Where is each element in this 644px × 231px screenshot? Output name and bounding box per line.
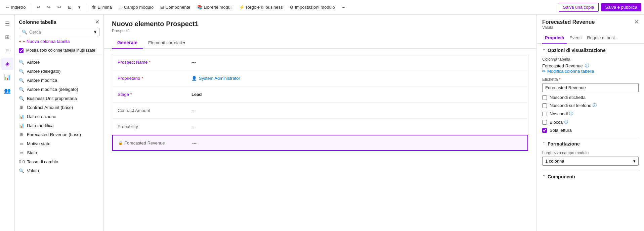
field-width-dropdown[interactable]: 1 colonna ▾ bbox=[542, 157, 639, 166]
sidebar-item-label: Stato bbox=[27, 150, 37, 155]
divider1 bbox=[31, 3, 31, 11]
save-copy-label: Salva una copia bbox=[563, 5, 594, 10]
redo-icon: ↪ bbox=[47, 5, 51, 10]
component-icon: ⊞ bbox=[160, 5, 164, 10]
form-row[interactable]: Proprietario *👤 System Administrator bbox=[112, 70, 528, 86]
field-button[interactable]: ▭ Campo modulo bbox=[116, 3, 156, 11]
show-unused-label: Mostra solo colonne tabella inutilizzate bbox=[26, 48, 95, 53]
redo-button[interactable]: ↪ bbox=[44, 3, 53, 11]
edit-column-link[interactable]: ✏ Modifica colonna tabella bbox=[542, 69, 639, 74]
business-rules-label: Regole di business bbox=[246, 5, 283, 10]
back-button[interactable]: ← Indietro bbox=[3, 3, 28, 11]
nav-menu-icon[interactable]: ☰ bbox=[1, 17, 13, 30]
filter-icon[interactable]: ▾ bbox=[94, 30, 96, 35]
form-row[interactable]: 🔒 Forecasted Revenue--- bbox=[112, 135, 528, 151]
save-publish-button[interactable]: Salva e pubblica bbox=[601, 3, 641, 11]
tab-properties[interactable]: Proprietà bbox=[542, 33, 567, 44]
more-button[interactable]: ··· bbox=[339, 3, 348, 11]
sidebar-list-item[interactable]: 0.0Tasso di cambio bbox=[15, 157, 103, 166]
sidebar-list-item[interactable]: 🔍Business Unit proprietaria bbox=[15, 94, 103, 103]
hide-label-checkbox[interactable] bbox=[542, 95, 547, 100]
undo-button[interactable]: ↩ bbox=[34, 3, 43, 11]
sidebar-search-box[interactable]: 🔍 ▾ bbox=[19, 28, 99, 36]
sidebar-list-item[interactable]: 📊Data creazione bbox=[15, 112, 103, 121]
sidebar-item-icon: 🔍 bbox=[19, 60, 24, 65]
show-unused-checkbox[interactable] bbox=[19, 48, 24, 53]
hide-checkbox[interactable] bbox=[542, 112, 547, 116]
search-input[interactable] bbox=[29, 30, 92, 35]
form-section: Prospect Name *---Proprietario *👤 System… bbox=[112, 54, 528, 151]
business-rules-button[interactable]: ⚡ Regole di business bbox=[237, 3, 286, 11]
hide-phone-info-icon[interactable]: ⓘ bbox=[593, 103, 597, 108]
tab-events[interactable]: Eventi bbox=[567, 33, 584, 44]
form-row[interactable]: Contract Amount--- bbox=[112, 103, 528, 119]
nav-chart-icon[interactable]: 📊 bbox=[1, 71, 13, 83]
form-field-value: Lead bbox=[191, 92, 523, 97]
sidebar-list-item[interactable]: 🔍Autore (delegato) bbox=[15, 67, 103, 76]
add-column-label: + Nuova colonna tabella bbox=[23, 39, 70, 44]
tab-business-rules[interactable]: Regole di busi... bbox=[584, 33, 621, 44]
readonly-row: Sola lettura bbox=[542, 128, 639, 133]
sidebar-item-label: Valuta bbox=[27, 168, 39, 173]
sidebar-list-item[interactable]: 🔍Autore bbox=[15, 58, 103, 67]
table-column-value-text: Forecasted Revenue bbox=[542, 63, 583, 68]
copy-button[interactable]: ⊡ bbox=[65, 3, 74, 11]
show-unused-checkbox-row: Mostra solo colonne tabella inutilizzate bbox=[15, 47, 103, 56]
sidebar-close-button[interactable]: ✕ bbox=[95, 19, 99, 25]
form-field-value: --- bbox=[192, 140, 522, 146]
form-field-label: 🔒 Forecasted Revenue bbox=[118, 140, 192, 146]
formatting-header[interactable]: Formattazione bbox=[542, 141, 639, 147]
sidebar-list-item[interactable]: ▭Stato bbox=[15, 148, 103, 157]
display-options-header[interactable]: Opzioni di visualizzazione bbox=[542, 48, 639, 53]
display-options-title: Opzioni di visualizzazione bbox=[548, 48, 606, 53]
sidebar-item-label: Forecasted Revenue (base) bbox=[27, 132, 81, 137]
nav-grid-icon[interactable]: ⊞ bbox=[1, 31, 13, 43]
tab-general[interactable]: Generale bbox=[112, 37, 143, 49]
form-body: Prospect Name *---Proprietario *👤 System… bbox=[104, 49, 536, 231]
info-icon[interactable]: ⓘ bbox=[585, 63, 589, 69]
search-icon: 🔍 bbox=[22, 30, 27, 35]
sidebar-list-item[interactable]: 📊Data modifica bbox=[15, 121, 103, 130]
copy-dropdown-button[interactable]: ▾ bbox=[76, 3, 83, 11]
components-header[interactable]: Componenti bbox=[542, 174, 639, 179]
block-info-icon[interactable]: ⓘ bbox=[564, 119, 568, 125]
sidebar-list-item[interactable]: ▭Motivo stato bbox=[15, 139, 103, 148]
save-copy-button[interactable]: Salva una copia bbox=[559, 3, 599, 12]
hide-info-icon[interactable]: ⓘ bbox=[569, 111, 573, 117]
delete-button[interactable]: 🗑 Elimina bbox=[89, 3, 115, 11]
nav-list-icon[interactable]: ≡ bbox=[1, 44, 13, 56]
hide-checkbox-label: Nascondi ⓘ bbox=[550, 111, 573, 117]
sidebar-list-item[interactable]: ⚙Forecasted Revenue (base) bbox=[15, 130, 103, 139]
sidebar-list-item[interactable]: 🔍Autore modifica bbox=[15, 76, 103, 85]
sidebar-list-item[interactable]: ⚙Contract Amount (base) bbox=[15, 103, 103, 112]
form-row[interactable]: Probability--- bbox=[112, 119, 528, 135]
field-label: Campo modulo bbox=[124, 5, 154, 10]
sidebar-item-icon: 🔍 bbox=[19, 96, 24, 101]
right-panel-subtitle: Valuta bbox=[537, 25, 644, 33]
sidebar-item-icon: ⚙ bbox=[19, 132, 24, 137]
tab-related-items[interactable]: Elementi correlati ▾ bbox=[143, 37, 191, 48]
sidebar-item-label: Motivo stato bbox=[27, 141, 50, 146]
block-checkbox[interactable] bbox=[542, 120, 547, 125]
formatting-title: Formattazione bbox=[548, 141, 580, 147]
nav-layers-icon[interactable]: ◈ bbox=[1, 58, 13, 70]
add-column-button[interactable]: + + Nuova colonna tabella bbox=[19, 39, 70, 44]
form-row[interactable]: Stage *Lead bbox=[112, 86, 528, 103]
sidebar-list-item[interactable]: 🔍Autore modifica (delegato) bbox=[15, 85, 103, 94]
hide-phone-checkbox[interactable] bbox=[542, 103, 547, 108]
form-row[interactable]: Prospect Name *--- bbox=[112, 54, 528, 70]
readonly-checkbox[interactable] bbox=[542, 128, 547, 133]
cut-button[interactable]: ✂ bbox=[55, 3, 64, 11]
sidebar-item-label: Autore modifica (delegato) bbox=[27, 87, 78, 92]
back-label: Indietro bbox=[11, 5, 26, 10]
form-field-label: Prospect Name * bbox=[118, 60, 191, 65]
sidebar-list-item[interactable]: 🔍Valuta bbox=[15, 166, 103, 175]
component-button[interactable]: ⊞ Componente bbox=[158, 3, 193, 11]
sidebar-item-label: Autore (delegato) bbox=[27, 69, 60, 74]
libraries-button[interactable]: 📚 Librerie moduli bbox=[195, 3, 235, 11]
settings-button[interactable]: ⚙ Impostazioni modulo bbox=[287, 3, 338, 11]
nav-users-icon[interactable]: 👥 bbox=[1, 84, 13, 97]
table-column-label: Colonna tabella bbox=[542, 57, 639, 62]
label-input[interactable] bbox=[542, 83, 639, 92]
right-panel-close-button[interactable]: ✕ bbox=[634, 19, 639, 25]
